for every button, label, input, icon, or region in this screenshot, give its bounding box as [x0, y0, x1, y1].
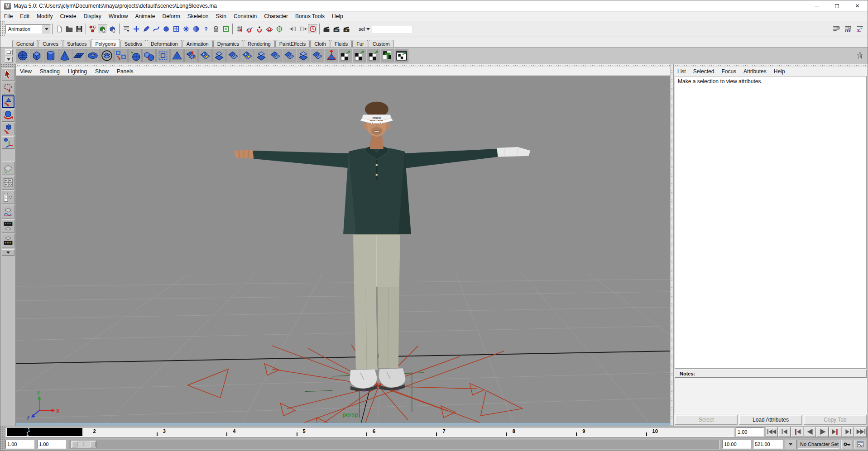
render-globals-button[interactable]: [341, 24, 351, 34]
shelf-tab-general[interactable]: General: [12, 40, 38, 47]
mask-handles-button[interactable]: [131, 24, 141, 34]
uv-automatic-mapping-button[interactable]: [381, 49, 394, 62]
show-attribute-editor-button[interactable]: [831, 24, 841, 34]
poly-torus-button[interactable]: [86, 49, 100, 62]
range-handle-right-cap[interactable]: [90, 442, 96, 447]
step-forward-key-button[interactable]: [829, 427, 841, 437]
toolbox-grip[interactable]: [0, 64, 15, 67]
poly-mirror-cut-button[interactable]: [156, 49, 170, 62]
poly-cylinder-button[interactable]: [44, 49, 58, 62]
extract-face-button[interactable]: [297, 49, 310, 62]
ipr-render-button[interactable]: [331, 24, 341, 34]
wedge-face-button[interactable]: [226, 49, 240, 62]
layout-persp-graph-button[interactable]: [2, 205, 14, 218]
layout-persp-dope-sheet-button[interactable]: [2, 234, 14, 247]
merge-vertices-button[interactable]: [240, 49, 254, 62]
append-to-polygon-button[interactable]: [114, 49, 128, 62]
character-set-field[interactable]: No Character Set: [798, 440, 839, 449]
mask-deformations-button[interactable]: [171, 24, 181, 34]
attribute-editor-menu-help[interactable]: Help: [770, 67, 789, 76]
select-button[interactable]: Select: [675, 415, 738, 425]
poke-face-button[interactable]: [325, 49, 338, 62]
viewport-menu-panels[interactable]: Panels: [113, 67, 138, 76]
poly-cone-button[interactable]: [58, 49, 72, 62]
statusline-grip[interactable]: [0, 21, 5, 37]
scale-tool-button[interactable]: [2, 123, 14, 135]
highlight-selection-button[interactable]: [221, 24, 231, 34]
close-button[interactable]: ✕: [847, 0, 868, 11]
shelf-tab-fur[interactable]: Fur: [352, 40, 368, 47]
render-current-frame-button[interactable]: [321, 24, 331, 34]
time-slider[interactable]: 1 1 2345678910: [5, 427, 734, 437]
snap-to-view-planes-button[interactable]: [264, 24, 274, 34]
shelf-tab-rendering[interactable]: Rendering: [244, 40, 275, 47]
lock-selection-button[interactable]: [211, 24, 221, 34]
character-set-menu-button[interactable]: [785, 440, 796, 449]
new-scene-button[interactable]: [54, 24, 64, 34]
play-backwards-button[interactable]: [804, 427, 816, 437]
shelf-tab-polygons[interactable]: Polygons: [91, 39, 120, 47]
animation-end-field[interactable]: [753, 440, 783, 449]
separate-mesh-button[interactable]: [311, 49, 324, 62]
output-connections-button[interactable]: [298, 24, 308, 34]
layout-four-view-button[interactable]: [2, 176, 14, 190]
shelf-tab-menu-button[interactable]: [5, 49, 13, 55]
poly-sphere-button[interactable]: [16, 49, 29, 62]
subdivide-face-button[interactable]: [269, 49, 282, 62]
playback-end-field[interactable]: [722, 440, 751, 449]
select-by-hierarchy-button[interactable]: [88, 24, 98, 34]
menu-character[interactable]: Character: [260, 12, 292, 20]
shelf-tab-dynamics[interactable]: Dynamics: [213, 40, 243, 47]
menu-skin[interactable]: Skin: [212, 12, 230, 20]
viewport-menu-view[interactable]: View: [16, 67, 36, 76]
play-forwards-button[interactable]: [816, 427, 829, 437]
menu-animate[interactable]: Animate: [131, 12, 158, 20]
shelf-tab-cloth[interactable]: Cloth: [310, 40, 330, 47]
menu-create[interactable]: Create: [56, 12, 80, 20]
save-scene-button[interactable]: [74, 24, 84, 34]
menu-help[interactable]: Help: [328, 12, 347, 20]
cut-faces-tool-button[interactable]: [198, 49, 212, 62]
poly-combine-button[interactable]: [142, 49, 156, 62]
make-live-button[interactable]: [274, 24, 284, 34]
select-tool-button[interactable]: [2, 68, 14, 81]
extrude-edge-button[interactable]: [254, 49, 268, 62]
current-frame-block[interactable]: 1 1: [7, 428, 82, 436]
duplicate-face-button[interactable]: [283, 49, 296, 62]
show-channel-box-button[interactable]: [855, 24, 865, 34]
layout-hypergraph-persp-button[interactable]: [2, 219, 14, 233]
uv-spherical-mapping-button[interactable]: [367, 49, 380, 62]
layout-outliner-persp-button[interactable]: [2, 190, 14, 204]
panel-divider[interactable]: [670, 64, 673, 426]
attribute-editor-menu-selected[interactable]: Selected: [690, 67, 718, 76]
menu-bonus-tools[interactable]: Bonus Tools: [292, 12, 328, 20]
quick-select-input[interactable]: [372, 25, 412, 33]
current-time-field[interactable]: [736, 427, 764, 437]
shelf-tab-subdivs[interactable]: Subdivs: [120, 40, 146, 47]
go-to-end-button[interactable]: [854, 427, 867, 437]
shelf-tab-animation[interactable]: Animation: [182, 40, 213, 47]
shelf-tab-curves[interactable]: Curves: [38, 40, 62, 47]
viewport-menu-lighting[interactable]: Lighting: [64, 67, 91, 76]
notes-header[interactable]: Notes:: [675, 370, 867, 378]
auto-keyframe-button[interactable]: [841, 440, 853, 449]
menu-deform[interactable]: Deform: [158, 12, 183, 20]
menu-modify[interactable]: Modify: [33, 12, 56, 20]
maximize-button[interactable]: [827, 0, 847, 11]
attribute-editor-grip[interactable]: [674, 64, 868, 67]
layout-menu-button[interactable]: [2, 249, 14, 256]
poly-bevel-button[interactable]: [212, 49, 226, 62]
uv-texture-editor-button[interactable]: [395, 49, 408, 62]
menu-constrain[interactable]: Constrain: [230, 12, 260, 20]
mask-surfaces-button[interactable]: [161, 24, 171, 34]
split-polygon-tool-button[interactable]: [184, 49, 198, 62]
uv-planar-mapping-button[interactable]: [339, 49, 352, 62]
show-manipulator-tool-button[interactable]: [2, 136, 14, 149]
shelf-tab-painteffects[interactable]: PaintEffects: [275, 40, 310, 47]
mask-joints-button[interactable]: [141, 24, 151, 34]
attribute-editor-menu-list[interactable]: List: [674, 67, 690, 76]
quick-select-menu[interactable]: sel: [357, 25, 372, 33]
menu-skeleton[interactable]: Skeleton: [184, 12, 212, 20]
viewport-menu-show[interactable]: Show: [91, 67, 113, 76]
time-slider-grip[interactable]: [0, 426, 5, 437]
